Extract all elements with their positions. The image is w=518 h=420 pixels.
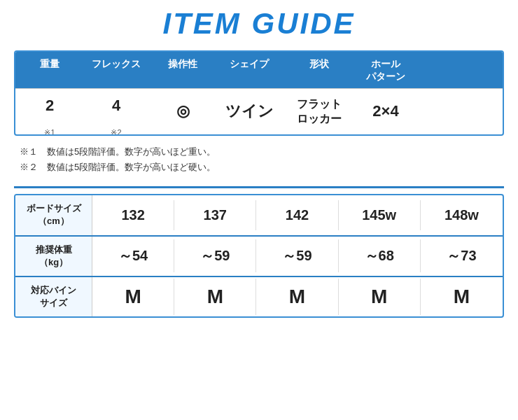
size-weight-68: ～68 [339, 239, 421, 272]
size-weight-73: ～73 [421, 239, 503, 272]
header-weight: 重量 [18, 57, 81, 83]
size-weight-59b: ～59 [256, 239, 338, 272]
flex-value: 4 ※2 [81, 96, 151, 127]
size-board-145w: 145w [339, 200, 421, 230]
size-binding-1: M [92, 279, 174, 315]
size-weight-59a: ～59 [174, 239, 256, 272]
size-weight-54: ～54 [92, 239, 174, 272]
size-binding-label: 対応バイン サイズ [15, 277, 92, 316]
size-row-board: ボードサイズ （cm） 132 137 142 145w 148w [15, 195, 503, 236]
header-shape: シェイプ [214, 57, 284, 83]
header-hole: ホール パターン [354, 57, 417, 83]
handling-value: ◎ [151, 102, 214, 122]
size-board-137: 137 [174, 200, 256, 230]
flex-note: ※2 [111, 127, 121, 136]
size-row-binding: 対応バイン サイズ M M M M M [15, 277, 503, 316]
notes-section: ※１ 数値は5段階評価。数字が高いほど重い。 ※２ 数値は5段階評価。数字が高い… [14, 141, 504, 181]
size-binding-4: M [339, 279, 421, 315]
size-board-142: 142 [256, 200, 338, 230]
size-binding-5: M [421, 279, 503, 315]
size-binding-2: M [174, 279, 256, 315]
main-table: 重量 フレックス 操作性 シェイプ 形状 ホール パターン 2 ※1 4 ※2 … [14, 50, 504, 136]
size-row-weight: 推奨体重 （kg） ～54 ～59 ～59 ～68 ～73 [15, 237, 503, 277]
hole-value: 2×4 [354, 102, 417, 122]
size-board-132: 132 [92, 200, 174, 230]
divider [14, 186, 504, 188]
weight-value: 2 ※1 [18, 96, 81, 127]
weight-note: ※1 [44, 127, 55, 136]
shape-value: ツイン [214, 102, 284, 122]
page-title: ITEM GUIDE [162, 7, 355, 41]
table-header: 重量 フレックス 操作性 シェイプ 形状 ホール パターン [15, 52, 503, 88]
size-board-label: ボードサイズ （cm） [15, 195, 92, 234]
main-data-row: 2 ※1 4 ※2 ◎ ツイン フラット ロッカー 2×4 [15, 88, 503, 134]
form-value: フラット ロッカー [284, 97, 354, 127]
note-2: ※２ 数値は5段階評価。数字が高いほど硬い。 [20, 160, 498, 175]
size-board-148w: 148w [421, 200, 503, 230]
header-flex: フレックス [81, 57, 151, 83]
size-weight-label: 推奨体重 （kg） [15, 237, 92, 276]
header-form: 形状 [284, 57, 354, 83]
size-binding-3: M [256, 279, 338, 315]
note-1: ※１ 数値は5段階評価。数字が高いほど重い。 [20, 144, 498, 160]
size-table: ボードサイズ （cm） 132 137 142 145w 148w 推奨体重 （… [14, 194, 504, 318]
header-handling: 操作性 [151, 57, 214, 83]
